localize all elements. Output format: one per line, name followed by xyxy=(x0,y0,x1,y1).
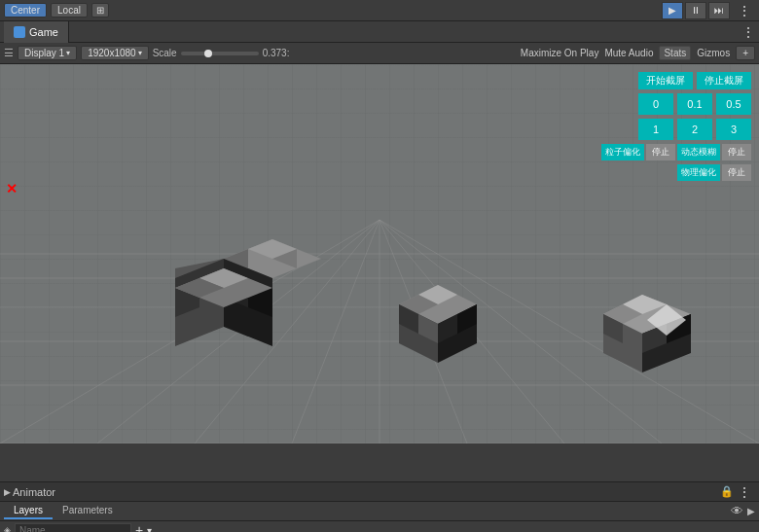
num-0-button[interactable]: 0 xyxy=(638,93,673,115)
particle-row: 粒子偏化 停止 动态模糊 停止 xyxy=(601,144,751,160)
batch-row: 物理偏化 停止 xyxy=(601,164,751,181)
visibility-button[interactable]: 👁 xyxy=(731,504,743,518)
add-display-button[interactable]: + xyxy=(736,46,755,60)
game-tab[interactable]: Game xyxy=(4,21,69,43)
scroll-right-button[interactable]: ▶ xyxy=(747,506,755,516)
name-row: ◈ + ▾ xyxy=(0,521,759,532)
pause-button[interactable]: ⏸ xyxy=(685,2,706,19)
game-viewport: ✕ 开始截屏 停止截屏 0 0.1 0.5 1 2 3 粒子偏化 停止 动态模糊… xyxy=(0,64,759,443)
center-button[interactable]: Center xyxy=(4,3,47,18)
scale-area: Scale 0.373: xyxy=(153,48,290,58)
numbers-row-1: 0 0.1 0.5 xyxy=(601,93,751,115)
resolution-arrow: ▾ xyxy=(138,49,142,57)
stop-3-button[interactable]: 停止 xyxy=(722,164,751,181)
stop-capture-button[interactable]: 停止截屏 xyxy=(697,72,751,89)
start-capture-button[interactable]: 开始截屏 xyxy=(638,72,693,89)
game-tab-label: Game xyxy=(29,26,58,38)
local-button[interactable]: Local xyxy=(51,3,88,18)
gizmos-button[interactable]: Gizmos xyxy=(697,48,730,58)
red-x-indicator: ✕ xyxy=(6,181,18,196)
num-2-button[interactable]: 2 xyxy=(677,119,712,140)
game-tab-bar: Game ⋮ xyxy=(0,21,759,43)
options-bar: ☰ Display 1 ▾ 1920x1080 ▾ Scale 0.373: M… xyxy=(0,43,759,64)
display-arrow: ▾ xyxy=(66,49,70,57)
play-button[interactable]: ▶ xyxy=(662,2,683,19)
scale-value: 0.373: xyxy=(263,48,290,58)
tab-layers[interactable]: Layers xyxy=(4,503,53,519)
animator-title-label: Animator xyxy=(13,486,55,498)
tab-dots-button[interactable]: ⋮ xyxy=(741,24,755,40)
game-tab-icon xyxy=(14,26,25,38)
play-controls: ▶ ⏸ ⏭ xyxy=(662,2,730,19)
capture-buttons-row: 开始截屏 停止截屏 xyxy=(601,72,751,89)
numbers-row-2: 1 2 3 xyxy=(601,119,751,140)
layer-options-button[interactable]: ▾ xyxy=(147,525,152,533)
options-right: Maximize On Play Mute Audio Stats Gizmos… xyxy=(521,46,755,60)
maximize-button[interactable]: Maximize On Play xyxy=(521,48,599,58)
display-dropdown[interactable]: Display 1 ▾ xyxy=(18,46,77,60)
scale-slider[interactable] xyxy=(181,52,259,55)
name-input[interactable] xyxy=(15,523,131,533)
num-1-button[interactable]: 1 xyxy=(638,119,673,140)
game-ui-overlay: 开始截屏 停止截屏 0 0.1 0.5 1 2 3 粒子偏化 停止 动态模糊 停… xyxy=(601,72,751,181)
batch-sim-button[interactable]: 物理偏化 xyxy=(677,164,720,181)
mute-button[interactable]: Mute Audio xyxy=(604,48,653,58)
animator-dots-button[interactable]: ⋮ xyxy=(734,484,755,500)
lock-button[interactable]: 🔒 xyxy=(720,485,734,498)
particle-sim-button[interactable]: 粒子偏化 xyxy=(601,144,644,160)
stop-1-button[interactable]: 停止 xyxy=(646,144,675,160)
animator-title-bar: ▶ Animator 🔒 ⋮ xyxy=(0,482,759,502)
animator-tabs: Layers Parameters 👁 ▶ xyxy=(0,502,759,521)
icon-tool-button[interactable]: ⊞ xyxy=(91,3,109,18)
display-icon: ☰ xyxy=(4,47,14,59)
scale-thumb xyxy=(204,50,212,57)
top-toolbar: Center Local ⊞ ▶ ⏸ ⏭ ⋮ xyxy=(0,0,759,21)
motion-blur-button[interactable]: 动态模糊 xyxy=(677,144,720,160)
num-3-button[interactable]: 3 xyxy=(716,119,751,140)
animator-title-icon: ▶ xyxy=(4,487,11,497)
toolbar-dots-button[interactable]: ⋮ xyxy=(734,3,755,18)
scale-label: Scale xyxy=(153,48,177,58)
step-button[interactable]: ⏭ xyxy=(708,2,730,19)
num-01-button[interactable]: 0.1 xyxy=(677,93,712,115)
resolution-dropdown[interactable]: 1920x1080 ▾ xyxy=(81,46,149,60)
num-05-button[interactable]: 0.5 xyxy=(716,93,751,115)
add-layer-button[interactable]: + xyxy=(135,522,143,532)
anim-tab-right: 👁 ▶ xyxy=(731,504,755,518)
animator-panel: ▶ Animator 🔒 ⋮ Layers Parameters 👁 ▶ ◈ +… xyxy=(0,481,759,532)
name-row-icon: ◈ xyxy=(4,525,11,532)
tab-parameters[interactable]: Parameters xyxy=(53,503,123,519)
stop-2-button[interactable]: 停止 xyxy=(722,144,751,160)
stats-button[interactable]: Stats xyxy=(659,46,691,60)
